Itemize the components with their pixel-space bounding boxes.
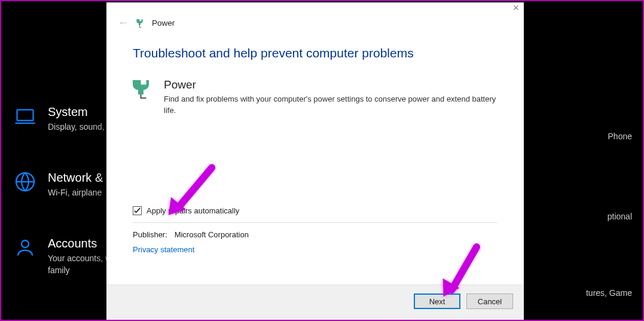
globe-icon xyxy=(14,171,36,192)
publisher-value: Microsoft Corporation xyxy=(175,230,249,239)
main-heading: Troubleshoot and help prevent computer p… xyxy=(133,46,498,60)
checkbox-checked-icon[interactable] xyxy=(133,206,142,215)
person-icon xyxy=(14,237,36,258)
publisher-label: Publisher: xyxy=(133,230,172,239)
svg-rect-0 xyxy=(17,110,33,121)
close-icon[interactable]: × xyxy=(512,2,519,13)
settings-item-title: Network & I xyxy=(48,171,109,185)
troubleshooter-section: Power Find and fix problems with your co… xyxy=(133,78,498,117)
cancel-button[interactable]: Cancel xyxy=(466,294,513,309)
laptop-icon xyxy=(14,105,36,127)
next-button[interactable]: Next xyxy=(414,294,460,309)
privacy-statement-link[interactable]: Privacy statement xyxy=(133,245,194,254)
bg-fragment: Phone xyxy=(608,132,632,141)
section-description: Find and fix problems with your computer… xyxy=(164,94,498,117)
back-arrow-icon[interactable]: ← xyxy=(117,17,129,29)
section-title: Power xyxy=(164,78,498,91)
power-plug-icon xyxy=(135,18,146,29)
checkbox-label: Apply repairs automatically xyxy=(146,206,239,215)
svg-point-2 xyxy=(22,240,29,247)
troubleshooter-dialog: × ← Power Troubleshoot and help prevent … xyxy=(106,2,524,320)
dialog-header-title: Power xyxy=(152,19,175,27)
settings-item-subtitle: Wi-Fi, airplane xyxy=(48,187,109,199)
dialog-footer: Next Cancel xyxy=(106,285,524,320)
bg-fragment: tures, Game xyxy=(586,288,632,299)
publisher-row: Publisher: Microsoft Corporation xyxy=(133,230,498,239)
power-plug-large-icon xyxy=(133,78,154,100)
apply-repairs-checkbox-row[interactable]: Apply repairs automatically xyxy=(133,206,498,215)
bg-fragment: ptional xyxy=(608,212,632,221)
dialog-header: ← Power xyxy=(106,2,524,34)
divider xyxy=(133,222,498,223)
